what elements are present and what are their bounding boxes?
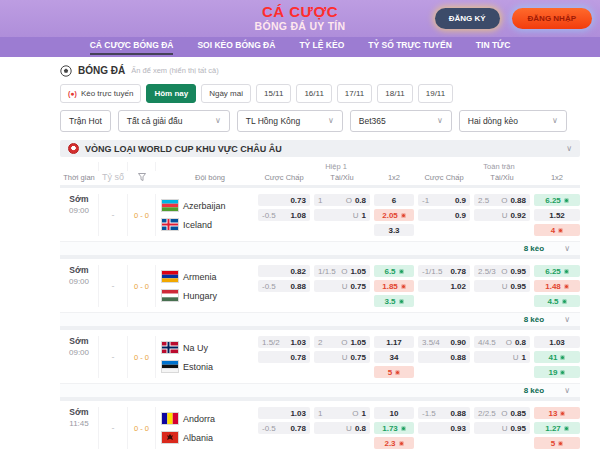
home-team[interactable]: Azerbaijan [162,200,258,211]
handicap-line: -0.5 [262,282,290,291]
over-under-odds-cell[interactable]: 2.5O0.88 [474,194,530,206]
handicap-odds-cell[interactable]: -0.50.88 [258,280,310,292]
1x2-odds-cell[interactable]: 1.27 [534,422,580,434]
odds-value: 1.48 [545,282,561,291]
1x2-odds-cell[interactable]: 1.17 [374,336,414,348]
1x2-odds-cell[interactable]: 6.25 [534,265,580,277]
hot-matches-button[interactable]: Trận Hot [60,110,111,132]
away-team[interactable]: Iceland [162,219,258,230]
over-under-odds-cell[interactable]: 2.5/3O0.95 [474,265,530,277]
away-team-name: Estonia [183,362,213,372]
1x2-odds-cell[interactable]: 6.5 [374,265,414,277]
handicap-odds-cell[interactable]: 1.03 [258,407,310,419]
chevron-down-icon[interactable]: ∨ [566,145,572,153]
handicap-odds-cell[interactable]: 0.88 [418,351,470,363]
over-under-odds-cell[interactable]: U0.8 [314,422,370,434]
1x2-odds-cell[interactable]: 13 [534,407,580,419]
away-team[interactable]: Estonia [162,361,258,372]
filter-live[interactable]: (●)Kèo trực tuyến [60,84,141,103]
nav-item-ty-so-truc-tuyen[interactable]: TỶ SỐ TRỰC TUYẾN [368,40,452,53]
league-header[interactable]: VÒNG LOẠI WORLD CUP KHU VỰC CHÂU ÂU ∨ [60,140,580,157]
odds-format-select[interactable]: TL Hồng Kông∨ [237,110,343,132]
nav-item-ty-le-keo[interactable]: TỶ LỆ KÈO [299,40,344,53]
1x2-odds-cell[interactable]: 3.5 [374,295,414,307]
1x2-odds-cell[interactable]: 10 [374,407,414,419]
1x2-odds-cell[interactable]: 2.3 [374,437,414,449]
over-under-odds-cell[interactable]: U0.75 [314,280,370,292]
1x2-odds-cell[interactable]: 3.3 [374,224,414,236]
home-team[interactable]: Armenia [162,271,258,282]
filter-date-18-11[interactable]: 18/11 [377,84,412,103]
1x2-odds-cell[interactable]: 6 [374,194,414,206]
handicap-odds-cell[interactable]: 0.73 [258,194,310,206]
handicap-odds-cell[interactable]: 1.02 [418,280,470,292]
1x2-odds-cell[interactable]: 6.25 [534,194,580,206]
away-team[interactable]: Hungary [162,290,258,301]
lines-select[interactable]: Hai dòng kèo∨ [459,110,567,132]
bookmaker-select[interactable]: Bet365∨ [350,110,452,132]
over-under-odds-cell[interactable]: U1 [474,351,530,363]
login-button[interactable]: ĐĂNG NHẬP [512,8,592,29]
filter-date-19-11[interactable]: 19/11 [418,84,453,103]
away-team[interactable]: Albania [162,432,258,443]
more-odds-link[interactable]: 8 kèo [524,315,544,324]
1x2-odds-cell[interactable]: 5 [534,437,580,449]
1x2-odds-cell[interactable]: 19 [534,366,580,378]
home-team[interactable]: Na Uy [162,342,258,353]
register-button[interactable]: ĐĂNG KÝ [435,8,500,29]
1x2-odds-cell[interactable]: 5 [374,366,414,378]
handicap-odds-cell[interactable]: 0.9 [418,209,470,221]
odds-grid: 0.82-0.50.881/1.5O1.05U0.756.51.853.5-1/… [258,265,580,307]
1x2-odds-cell[interactable]: 2.05 [374,209,414,221]
over-under-odds-cell[interactable]: U0.95 [474,422,530,434]
handicap-odds-cell[interactable]: -0.50.78 [258,422,310,434]
handicap-odds-cell[interactable]: -1/1.50.78 [418,265,470,277]
nav-item-tin-tuc[interactable]: TIN TỨC [476,40,510,53]
over-under-odds-cell[interactable]: 1/1.5O1.05 [314,265,370,277]
handicap-odds-cell[interactable]: -0.51.08 [258,209,310,221]
nav-item-ca-cuoc-bong-da[interactable]: CÁ CƯỢC BÓNG ĐÁ [90,40,174,55]
nav-item-soi-keo-bong-da[interactable]: SOI KÈO BÓNG ĐÁ [197,40,275,53]
over-under-odds-cell[interactable]: 2O1.05 [314,336,370,348]
over-under-odds-cell[interactable]: 2/2.5O0.85 [474,407,530,419]
1x2-odds-cell[interactable]: 1.48 [534,280,580,292]
more-odds-link[interactable]: 8 kèo [524,244,544,253]
over-under-odds-cell[interactable]: 4/4.5O0.8 [474,336,530,348]
handicap-odds-cell[interactable]: -10.9 [418,194,470,206]
handicap-odds-cell[interactable]: 0.82 [258,265,310,277]
1x2-odds-cell[interactable]: 41 [534,351,580,363]
site-logo[interactable]: CÁ CƯỢC BÓNG ĐÁ UY TÍN [255,4,346,32]
1x2-odds-cell[interactable]: 1.52 [534,209,580,221]
over-under-odds-cell[interactable]: U1 [314,209,370,221]
chevron-down-icon[interactable]: ∨ [564,245,570,253]
filter-funnel-icon[interactable] [128,173,156,181]
handicap-odds-cell[interactable]: -1.50.88 [418,407,470,419]
filter-date-17-11[interactable]: 17/11 [337,84,372,103]
halftime-score: 0 - 0 [128,194,156,236]
1x2-odds-cell[interactable]: 4.5 [534,295,580,307]
home-team[interactable]: Andorra [162,413,258,424]
1x2-odds-cell[interactable]: 1.03 [534,336,580,348]
handicap-odds-cell[interactable]: 0.78 [258,351,310,363]
over-under-odds-cell[interactable]: U0.92 [474,209,530,221]
over-under-odds-cell[interactable]: 1O1 [314,407,370,419]
filter-date-16-11[interactable]: 16/11 [296,84,331,103]
filter-tomorrow[interactable]: Ngày mai [201,84,251,103]
chevron-down-icon[interactable]: ∨ [564,387,570,395]
over-under-odds-cell[interactable]: U0.75 [314,351,370,363]
1x2-odds-cell[interactable]: 1.85 [374,280,414,292]
over-under-odds-cell[interactable]: 1O0.8 [314,194,370,206]
1x2-odds-cell[interactable]: 1.73 [374,422,414,434]
handicap-line: -0.5 [262,424,290,433]
more-odds-link[interactable]: 8 kèo [524,386,544,395]
handicap-odds-cell[interactable]: 3.5/40.90 [418,336,470,348]
1x2-odds-cell[interactable]: 34 [374,351,414,363]
filter-today[interactable]: Hôm nay [146,84,196,103]
filter-date-15-11[interactable]: 15/11 [256,84,291,103]
handicap-odds-cell[interactable]: 0.93 [418,422,470,434]
league-select[interactable]: Tất cả giải đấu∨ [118,110,230,132]
1x2-odds-cell[interactable]: 4 [534,224,580,236]
over-under-odds-cell[interactable]: U0.95 [474,280,530,292]
handicap-odds-cell[interactable]: 1.5/21.03 [258,336,310,348]
chevron-down-icon[interactable]: ∨ [564,316,570,324]
